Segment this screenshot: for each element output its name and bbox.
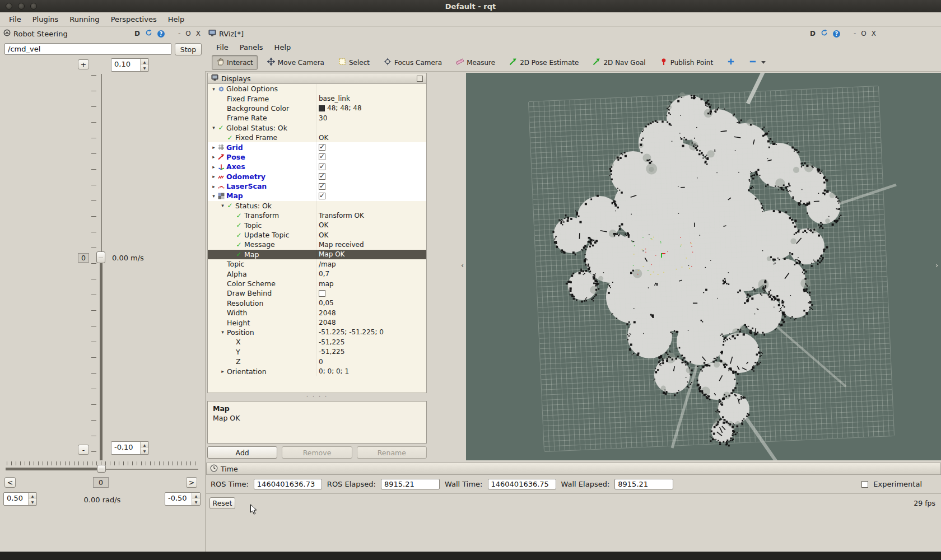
tree-row-value[interactable] (316, 162, 426, 171)
display-tree-row[interactable]: Fixed Framebase_link (208, 94, 426, 103)
toolbar-remove-tool-button[interactable] (744, 55, 770, 70)
tree-expander-icon[interactable] (220, 203, 226, 208)
display-tree-row[interactable]: Resolution0,05 (208, 298, 426, 308)
display-tree-row[interactable]: ✓MessageMap received (208, 240, 426, 249)
tree-row-value[interactable]: 48; 48; 48 (316, 104, 426, 113)
toolbar-select-button[interactable]: Select (334, 55, 374, 70)
enabled-checkbox-checked[interactable] (319, 144, 325, 151)
display-tree-row[interactable]: Draw Behind (208, 288, 426, 298)
spin-down-button[interactable] (141, 448, 148, 454)
dock-close-button[interactable]: X (195, 30, 202, 38)
tree-row-value[interactable]: Map received (316, 240, 426, 249)
tree-row-value[interactable]: map (316, 279, 426, 288)
tree-row-value[interactable]: 0; 0; 0; 1 (316, 366, 426, 376)
enabled-checkbox-checked[interactable] (319, 193, 325, 199)
display-tree-row[interactable]: Alpha0,7 (208, 269, 426, 278)
3d-viewport[interactable] (466, 73, 941, 460)
toolbar-measure-button[interactable]: Measure (451, 55, 500, 70)
experimental-checkbox[interactable] (861, 481, 868, 488)
tree-row-value[interactable]: 0,7 (316, 269, 426, 278)
spin-down-button[interactable] (29, 499, 36, 505)
linear-increase-button[interactable]: + (78, 59, 89, 69)
display-tree-row[interactable]: ✓Status: Ok (208, 201, 426, 211)
tree-expander-icon[interactable] (211, 193, 217, 199)
display-tree-row[interactable]: ✓Global Status: Ok (208, 123, 426, 133)
display-tree-row[interactable]: ✓TopicOK (208, 220, 426, 230)
tree-row-value[interactable]: OK (316, 133, 426, 142)
display-tree-row[interactable]: ✓Fixed FrameOK (208, 133, 426, 142)
linear-slider-handle[interactable] (96, 251, 105, 263)
dock-settings-button[interactable]: D (133, 30, 141, 38)
tree-expander-icon[interactable] (211, 154, 217, 160)
collapse-left-handle[interactable] (459, 256, 465, 273)
display-tree-row[interactable]: X-51,225 (208, 337, 426, 347)
display-tree-row[interactable]: Axes (208, 162, 426, 171)
dock-separator[interactable] (205, 27, 206, 552)
dock-undock-button[interactable]: O (184, 30, 192, 38)
displays-panel-header[interactable]: Displays (207, 73, 427, 84)
display-tree-row[interactable]: ✓TransformTransform OK (208, 211, 426, 220)
display-tree-row[interactable]: ✓Update TopicOK (208, 230, 426, 240)
menubar-item-running[interactable]: Running (64, 13, 105, 26)
tree-row-value[interactable] (316, 152, 426, 162)
tree-row-value[interactable] (316, 201, 426, 211)
tree-expander-icon[interactable] (220, 329, 226, 335)
linear-min-spinbox[interactable]: -0,10 (111, 441, 149, 455)
tree-expander-icon[interactable] (211, 86, 217, 92)
enabled-checkbox-checked[interactable] (319, 183, 325, 190)
time-field-input[interactable] (488, 479, 556, 489)
display-tree-row[interactable]: Background Color48; 48; 48 (208, 104, 426, 113)
display-tree-row[interactable]: ✓MapMap OK (208, 250, 426, 259)
display-tree-row[interactable]: Grid (208, 142, 426, 152)
dock-minimize-button[interactable]: - (853, 30, 857, 38)
tree-row-value[interactable]: 2048 (316, 308, 426, 318)
angular-left-button[interactable]: < (4, 477, 16, 488)
menubar-item-file[interactable]: File (3, 13, 27, 26)
angular-min-spinbox[interactable]: -0,50 (165, 492, 201, 506)
tree-row-value[interactable] (316, 191, 426, 200)
tree-expander-icon[interactable] (211, 125, 217, 130)
angular-slider-handle[interactable] (97, 465, 106, 473)
menubar-item-plugins[interactable]: Plugins (27, 13, 64, 26)
display-tree-row[interactable]: Width2048 (208, 308, 426, 318)
display-tree-row[interactable]: Map (208, 191, 426, 200)
dock-close-button[interactable]: X (870, 30, 877, 38)
toolbar-add-tool-button[interactable] (723, 55, 739, 70)
display-tree-row[interactable]: Pose (208, 152, 426, 162)
linear-max-spinbox[interactable]: 0,10 (111, 58, 149, 72)
time-field-input[interactable] (614, 479, 673, 489)
window-close-button[interactable] (6, 3, 12, 10)
reset-button[interactable]: Reset (209, 497, 235, 509)
window-maximize-button[interactable] (30, 3, 37, 10)
tree-row-value[interactable] (316, 181, 426, 191)
tree-row-value[interactable]: -51.225; -51.225; 0 (316, 328, 426, 337)
display-tree-row[interactable]: Height2048 (208, 318, 426, 327)
spin-up-button[interactable] (192, 493, 200, 499)
tree-expander-icon[interactable] (211, 144, 217, 150)
dock-help-icon[interactable]: ? (156, 30, 166, 38)
tree-row-value[interactable]: Map OK (316, 250, 426, 259)
toolbar-interact-button[interactable]: Interact (212, 55, 258, 70)
dock-settings-button[interactable]: D (809, 30, 817, 38)
enabled-checkbox-unchecked[interactable] (319, 290, 325, 297)
tree-row-value[interactable] (316, 84, 426, 94)
tree-expander-icon[interactable] (211, 164, 217, 170)
menubar-item-perspectives[interactable]: Perspectives (105, 13, 162, 26)
spin-up-button[interactable] (141, 442, 148, 448)
dropdown-arrow-icon[interactable] (761, 61, 766, 64)
tree-row-value[interactable]: OK (316, 230, 426, 240)
enabled-checkbox-checked[interactable] (319, 164, 325, 170)
panel-splitter-handle[interactable] (207, 393, 427, 399)
display-tree-row[interactable]: Color Schememap (208, 279, 426, 288)
linear-decrease-button[interactable]: - (78, 445, 89, 455)
enabled-checkbox-checked[interactable] (319, 173, 325, 180)
display-tree-row[interactable]: Topic/map (208, 259, 426, 269)
tree-row-value[interactable] (316, 123, 426, 133)
display-tree-row[interactable]: LaserScan (208, 181, 426, 191)
tree-row-value[interactable]: 2048 (316, 318, 426, 327)
add-display-button[interactable]: Add (207, 446, 277, 459)
rviz-menu-help[interactable]: Help (269, 41, 297, 54)
time-field-input[interactable] (254, 479, 322, 489)
menubar-item-help[interactable]: Help (162, 13, 190, 26)
spin-down-button[interactable] (141, 65, 148, 71)
